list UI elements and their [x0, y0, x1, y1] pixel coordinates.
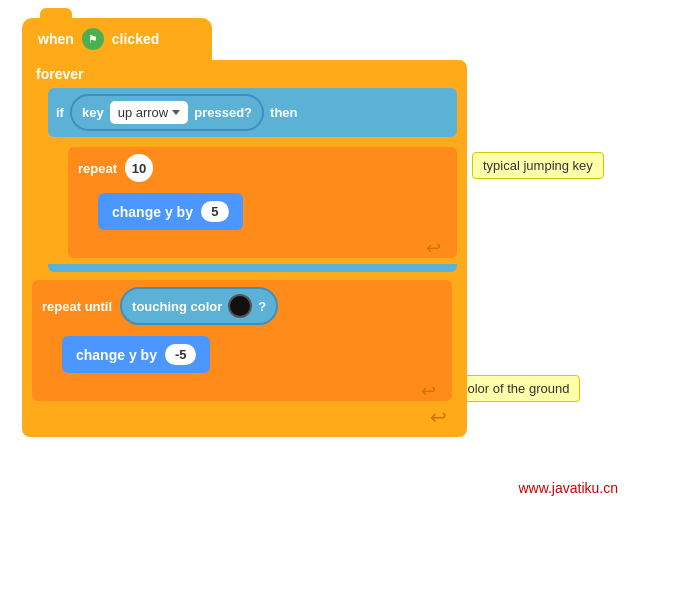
repeat-count-bubble[interactable]: 10 [125, 154, 153, 182]
when-label: when [38, 31, 74, 47]
repeat-header[interactable]: repeat 10 [68, 147, 457, 189]
change-y-down-value: -5 [175, 347, 187, 362]
key-value: up arrow [118, 105, 169, 120]
hat-notch [40, 58, 72, 68]
change-y-down-label: change y by [76, 347, 157, 363]
annotation-ground-color: color of the ground [450, 375, 580, 402]
change-y-up-value: 5 [211, 204, 218, 219]
forever-label: forever [36, 66, 83, 82]
change-y-up-label: change y by [112, 204, 193, 220]
scratch-container: typical jumping key color of the ground … [0, 0, 678, 616]
dropdown-arrow-icon [172, 110, 180, 115]
repeat-until-block: repeat until touching color ? change y b… [32, 280, 452, 401]
annotation-jumping-label: typical jumping key [483, 158, 593, 173]
change-y-down-block[interactable]: change y by -5 [62, 336, 210, 373]
loop-arrow-2-icon: ↩ [421, 380, 436, 402]
touching-color-label: touching color [132, 299, 222, 314]
key-dropdown[interactable]: up arrow [110, 101, 189, 124]
change-y-down-value-bubble[interactable]: -5 [165, 344, 197, 365]
hat-bump [40, 8, 72, 20]
hat-block[interactable]: when ⚑ clicked [22, 18, 212, 60]
pressed-label: pressed? [194, 105, 252, 120]
repeat-count: 10 [132, 161, 146, 176]
if-section: if key up arrow pressed? then [48, 88, 457, 272]
change-y-up-value-bubble[interactable]: 5 [201, 201, 229, 222]
if-row[interactable]: if key up arrow pressed? then [48, 88, 457, 137]
annotation-ground-label: color of the ground [461, 381, 569, 396]
loop-arrow-icon: ↩ [426, 237, 441, 259]
annotation-jumping-key: typical jumping key [472, 152, 604, 179]
forever-arrow-icon: ↩ [430, 405, 447, 429]
watermark: www.javatiku.cn [518, 480, 618, 496]
repeat-until-footer: ↩ [32, 381, 452, 401]
touching-color-block[interactable]: touching color ? [120, 287, 278, 325]
scratch-script: when ⚑ clicked forever if key [22, 18, 467, 437]
repeat-until-section: repeat until touching color ? change y b… [32, 280, 457, 401]
repeat-label: repeat [78, 161, 117, 176]
change-y-up-block[interactable]: change y by 5 [98, 193, 243, 230]
if-label: if [56, 105, 64, 120]
repeat-body: change y by 5 [68, 193, 457, 238]
then-label: then [270, 105, 297, 120]
forever-block: forever if key up arrow pressed? [22, 60, 467, 437]
repeat-block: repeat 10 change y by 5 [68, 147, 457, 258]
condition-block[interactable]: key up arrow pressed? [70, 94, 264, 131]
key-label: key [82, 105, 104, 120]
forever-header: forever [32, 60, 457, 86]
flag-icon: ⚑ [82, 28, 104, 50]
question-mark: ? [258, 299, 266, 314]
repeat-footer: ↩ [68, 238, 457, 258]
forever-footer: ↩ [32, 405, 457, 429]
repeat-until-body: change y by -5 [32, 336, 452, 381]
color-swatch[interactable] [228, 294, 252, 318]
if-body: repeat 10 change y by 5 [68, 139, 457, 266]
if-footer [48, 264, 457, 272]
clicked-label: clicked [112, 31, 159, 47]
repeat-until-label: repeat until [42, 299, 112, 314]
repeat-until-header[interactable]: repeat until touching color ? [32, 280, 452, 332]
